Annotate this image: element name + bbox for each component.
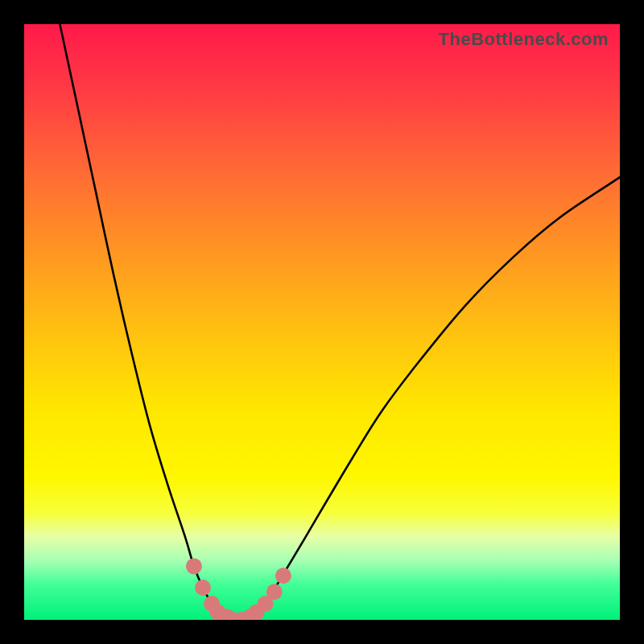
valley-marker <box>258 596 274 612</box>
valley-marker <box>204 596 220 612</box>
right-branch-curve <box>266 177 620 604</box>
plot-area: TheBottleneck.com <box>24 24 620 620</box>
chart-container: TheBottleneck.com <box>0 0 644 644</box>
left-branch-curve <box>60 24 217 612</box>
valley-marker <box>195 580 211 596</box>
valley-markers-group <box>186 558 291 620</box>
valley-marker <box>186 558 202 574</box>
chart-svg <box>24 24 620 620</box>
valley-marker <box>275 568 291 584</box>
branding-label: TheBottleneck.com <box>439 29 609 50</box>
valley-marker <box>242 609 258 620</box>
valley-marker <box>266 584 283 600</box>
valley-marker <box>210 604 226 620</box>
valley-marker <box>249 604 265 620</box>
valley-marker <box>233 612 250 620</box>
valley-marker <box>225 612 241 620</box>
valley-marker <box>219 609 235 620</box>
